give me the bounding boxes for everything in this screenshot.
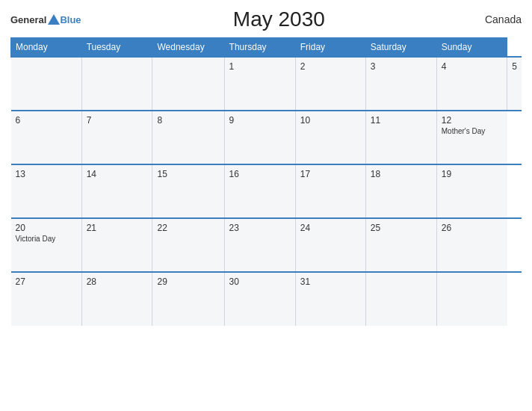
day-number: 15 [157, 169, 219, 179]
weekday-header-saturday: Saturday [365, 38, 436, 58]
day-number: 17 [300, 169, 361, 179]
calendar-cell: 4 [436, 57, 507, 111]
calendar-container: GeneralBlue May 2030 Canada MondayTuesda… [0, 0, 532, 411]
calendar-cell: 2 [295, 57, 365, 111]
day-number: 4 [442, 61, 503, 72]
calendar-cell: 28 [81, 272, 152, 326]
day-number: 16 [229, 169, 291, 179]
calendar-cell: 3 [365, 57, 436, 111]
calendar-cell: 26 [436, 218, 507, 272]
calendar-cell: 23 [224, 218, 295, 272]
day-number: 21 [87, 223, 148, 233]
day-number: 24 [300, 223, 361, 233]
calendar-week-row: 2728293031 [11, 272, 522, 326]
holiday-label: Mother's Day [442, 127, 503, 135]
weekday-header-monday: Monday [11, 38, 82, 58]
day-number: 9 [229, 115, 291, 126]
calendar-cell: 24 [295, 218, 365, 272]
day-number: 19 [442, 169, 503, 179]
day-number: 2 [300, 61, 361, 72]
weekday-header-thursday: Thursday [224, 38, 295, 58]
calendar-cell: 10 [295, 111, 365, 164]
weekday-header-wednesday: Wednesday [152, 38, 224, 58]
holiday-label: Victoria Day [16, 235, 77, 243]
day-number: 26 [442, 223, 503, 233]
day-number: 13 [16, 169, 77, 179]
calendar-cell: 17 [295, 164, 365, 218]
logo-icon [48, 14, 60, 25]
calendar-cell: 30 [224, 272, 295, 326]
calendar-title: May 2030 [81, 7, 477, 31]
calendar-cell: 13 [11, 164, 82, 218]
day-number: 20 [16, 223, 77, 233]
calendar-table: MondayTuesdayWednesdayThursdayFridaySatu… [10, 37, 522, 326]
calendar-week-row: 6789101112Mother's Day [11, 111, 522, 164]
day-number: 1 [229, 61, 291, 72]
day-number: 30 [229, 276, 291, 287]
calendar-week-row: 13141516171819 [11, 164, 522, 218]
calendar-cell [11, 57, 82, 111]
calendar-cell [81, 57, 152, 111]
calendar-cell: 29 [152, 272, 224, 326]
weekday-header-tuesday: Tuesday [81, 38, 152, 58]
day-number: 31 [300, 276, 361, 287]
calendar-cell: 20Victoria Day [11, 218, 82, 272]
calendar-cell: 25 [365, 218, 436, 272]
calendar-cell: 16 [224, 164, 295, 218]
day-number: 10 [300, 115, 361, 126]
day-number: 22 [157, 223, 219, 233]
day-number: 14 [87, 169, 148, 179]
weekday-header-row: MondayTuesdayWednesdayThursdayFridaySatu… [11, 38, 522, 58]
calendar-cell [152, 57, 224, 111]
calendar-cell: 5 [507, 57, 522, 111]
day-number: 8 [157, 115, 219, 126]
day-number: 6 [16, 115, 77, 126]
country-label: Canada [477, 13, 522, 25]
calendar-cell: 7 [81, 111, 152, 164]
weekday-header-friday: Friday [295, 38, 365, 58]
calendar-cell: 1 [224, 57, 295, 111]
calendar-cell: 9 [224, 111, 295, 164]
day-number: 23 [229, 223, 291, 233]
logo: GeneralBlue [10, 14, 81, 25]
weekday-header-sunday: Sunday [436, 38, 507, 58]
calendar-cell: 19 [436, 164, 507, 218]
calendar-header: GeneralBlue May 2030 Canada [10, 7, 522, 31]
svg-marker-0 [48, 14, 60, 25]
day-number: 3 [371, 61, 432, 72]
day-number: 7 [87, 115, 148, 126]
calendar-cell: 21 [81, 218, 152, 272]
calendar-week-row: 20Victoria Day212223242526 [11, 218, 522, 272]
calendar-cell [436, 272, 507, 326]
day-number: 5 [512, 61, 517, 72]
calendar-cell: 6 [11, 111, 82, 164]
logo-general-text: General [10, 14, 46, 25]
calendar-cell: 22 [152, 218, 224, 272]
calendar-cell: 11 [365, 111, 436, 164]
calendar-cell: 14 [81, 164, 152, 218]
calendar-cell: 18 [365, 164, 436, 218]
day-number: 11 [371, 115, 432, 126]
day-number: 28 [87, 276, 148, 287]
calendar-cell: 12Mother's Day [436, 111, 507, 164]
calendar-cell: 8 [152, 111, 224, 164]
calendar-cell: 31 [295, 272, 365, 326]
day-number: 12 [442, 115, 503, 126]
logo-blue-text: Blue [60, 14, 81, 25]
calendar-cell: 15 [152, 164, 224, 218]
day-number: 18 [371, 169, 432, 179]
day-number: 29 [157, 276, 219, 287]
calendar-cell: 27 [11, 272, 82, 326]
calendar-cell [365, 272, 436, 326]
day-number: 25 [371, 223, 432, 233]
day-number: 27 [16, 276, 77, 287]
calendar-week-row: 12345 [11, 57, 522, 111]
